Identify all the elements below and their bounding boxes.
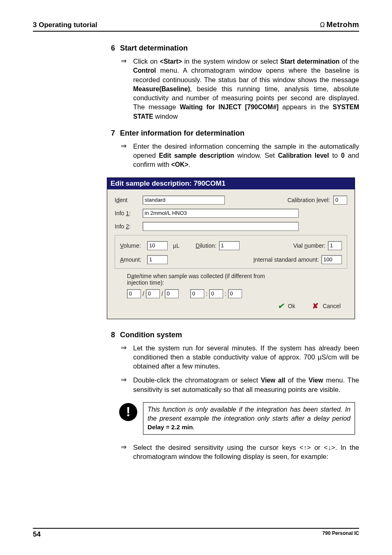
down-arrow-icon: ↓ <box>328 444 331 451</box>
internal-standard-amount-field[interactable] <box>321 255 342 264</box>
calibration-level-field[interactable] <box>333 196 347 205</box>
cancel-button[interactable]: ✘ Cancel <box>310 302 343 311</box>
arrow-icon: ⇒ <box>121 343 130 371</box>
cancel-label: Cancel <box>323 303 341 309</box>
section-number: 6 <box>107 44 115 53</box>
time-mm-field[interactable] <box>209 289 223 298</box>
date-year-field[interactable] <box>165 289 179 298</box>
info2-field[interactable] <box>143 222 299 231</box>
vial-number-field[interactable] <box>328 241 342 250</box>
info2-label: Info 2: <box>115 223 139 230</box>
header-chapter: 3 Operating tutorial <box>33 21 97 29</box>
arrow-icon: ⇒ <box>121 57 130 121</box>
footer-product: 790 Personal IC <box>323 530 359 539</box>
brand-logo: Ω Metrohm <box>320 21 359 29</box>
volume-field[interactable] <box>147 241 168 250</box>
vial-number-label: Vial number: <box>293 242 325 249</box>
bullet-text: Let the system run for several minutes. … <box>133 343 359 371</box>
volume-unit: µL <box>170 242 182 249</box>
section-title: Enter information for determination <box>120 129 244 138</box>
ident-label: Ident <box>115 197 139 203</box>
calibration-level-label: Calibration level: <box>287 197 330 203</box>
arrow-icon: ⇒ <box>121 375 130 394</box>
bullet-text: Click on <Start> in the system window or… <box>133 57 359 121</box>
bullet-text: Double-click the chromatogram or select … <box>133 375 359 394</box>
up-arrow-icon: ↑ <box>303 444 307 451</box>
info1-label: Info 1: <box>115 210 139 216</box>
dialog-title: Edit sample description: 790COM1 <box>107 178 355 189</box>
amount-label: Amount: <box>120 256 145 263</box>
arrow-icon: ⇒ <box>121 443 130 461</box>
ident-field[interactable] <box>143 196 225 205</box>
check-icon: ✔ <box>278 302 284 311</box>
ok-button[interactable]: ✔ Ok <box>275 302 298 311</box>
bullet-text: Enter the desired information concerning… <box>133 142 359 169</box>
internal-standard-amount-label: Internal standard amount: <box>253 256 319 263</box>
warning-icon: ! <box>119 403 137 421</box>
page-number: 54 <box>33 530 41 539</box>
date-month-field[interactable] <box>146 289 160 298</box>
ok-label: Ok <box>288 303 295 309</box>
time-hh-field[interactable] <box>190 289 204 298</box>
edit-sample-description-dialog: Edit sample description: 790COM1 Ident C… <box>107 177 355 319</box>
bullet-text: Select the desired sensitivity using the… <box>133 443 359 461</box>
omega-icon: Ω <box>320 21 325 29</box>
volume-label: Volume: <box>120 242 145 249</box>
note-box: This function is only available if the i… <box>143 402 355 435</box>
dilution-field[interactable] <box>219 241 240 250</box>
section-number: 8 <box>107 331 115 339</box>
info1-field[interactable] <box>143 209 299 218</box>
section-title: Start determination <box>120 44 188 53</box>
arrow-icon: ⇒ <box>121 142 130 169</box>
section-number: 7 <box>107 129 115 138</box>
section-title: Condition system <box>120 331 182 339</box>
amount-field[interactable] <box>147 255 168 264</box>
brand-text: Metrohm <box>327 21 360 29</box>
time-ss-field[interactable] <box>228 289 242 298</box>
dilution-label: Dilution: <box>196 242 217 249</box>
x-icon: ✘ <box>312 302 318 311</box>
datetime-label: Date/time when sample was collected (if … <box>127 273 267 286</box>
date-day-field[interactable] <box>127 289 141 298</box>
